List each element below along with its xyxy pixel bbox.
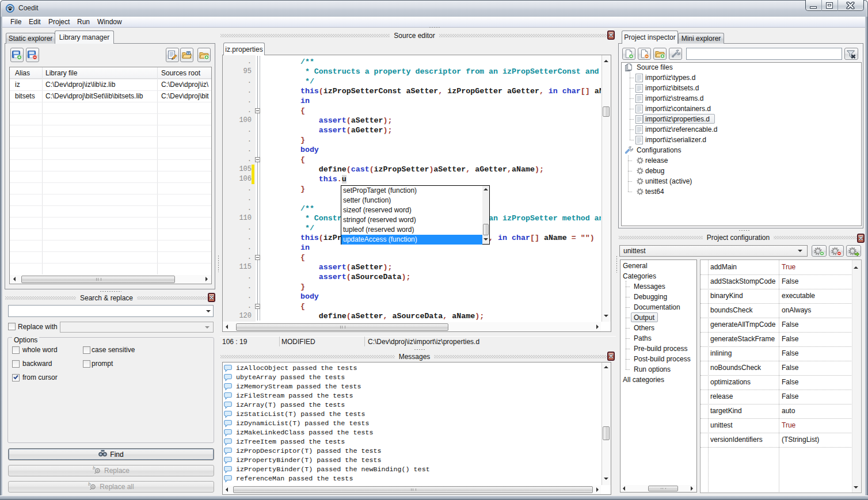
- svg-text:b: b: [93, 465, 96, 471]
- svg-text:b: b: [88, 482, 91, 487]
